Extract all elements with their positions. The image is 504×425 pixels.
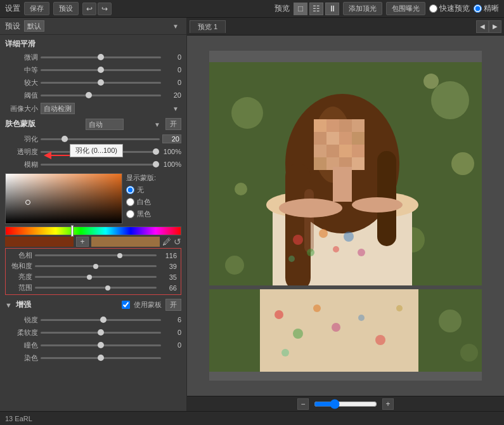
color-gradient[interactable] xyxy=(5,173,122,224)
sharpness-slider[interactable] xyxy=(41,315,161,325)
skin-on-button[interactable]: 开 xyxy=(165,118,181,130)
wrap-button[interactable]: 包围曝光 xyxy=(386,2,425,15)
save-button[interactable]: 保存 xyxy=(24,2,49,15)
preset-select[interactable]: 默认 xyxy=(24,20,44,32)
svg-rect-34 xyxy=(352,157,365,170)
yuzhi-slider[interactable] xyxy=(41,90,161,100)
sharpness-value: 6 xyxy=(164,316,181,324)
brightness-value: 35 xyxy=(159,273,177,281)
preview-tab-bar: 预览 1 ◀ ▶ xyxy=(187,18,504,36)
preview-image-container xyxy=(209,51,482,381)
pause-button[interactable]: ⏸ xyxy=(325,3,339,15)
hue-bar[interactable] xyxy=(5,226,181,235)
tone-slider[interactable] xyxy=(41,340,161,350)
display-white-radio[interactable] xyxy=(126,198,134,206)
status-text: 13 EaRL xyxy=(5,415,32,422)
hue-bar-thumb xyxy=(71,225,74,237)
preview-tab-1[interactable]: 预览 1 xyxy=(190,20,226,33)
weidiao-value: 0 xyxy=(164,53,181,61)
jiaoda-row: 较大 0 xyxy=(0,76,186,89)
undo-button[interactable]: ↩ xyxy=(82,3,96,15)
color-swatch-row: + 🖉 ↺ xyxy=(5,237,181,247)
photo-svg xyxy=(209,62,482,285)
feather-tooltip: 羽化 (0...100) xyxy=(70,144,123,157)
jiaoda-slider[interactable] xyxy=(41,77,161,88)
enhance-checkbox[interactable] xyxy=(122,301,130,309)
skin-auto-arrow-icon: ▼ xyxy=(154,121,160,128)
zhongdeng-row: 中等 0 xyxy=(0,63,186,76)
softness-slider[interactable] xyxy=(41,327,161,337)
range-row: 范围 66 xyxy=(6,282,181,293)
blur-slider[interactable] xyxy=(41,159,156,169)
svg-point-57 xyxy=(396,305,403,311)
transparency-value: 100% xyxy=(158,148,181,155)
hue-slider[interactable] xyxy=(35,251,157,260)
detail-smooth-header: 详细平滑 xyxy=(0,35,186,51)
preset-select-arrow-icon: ▼ xyxy=(172,23,179,30)
zoom-slider[interactable] xyxy=(314,399,377,409)
brightness-slider[interactable] xyxy=(35,273,157,282)
softness-label: 柔软度 xyxy=(5,328,38,337)
svg-point-42 xyxy=(307,249,314,256)
weidiao-slider[interactable] xyxy=(41,52,161,62)
skin-masking-header: 肤色蒙版 自动 ▼ 开 xyxy=(0,115,186,133)
redo-button[interactable]: ↪ xyxy=(98,3,112,15)
fast-preview-radio[interactable] xyxy=(429,4,437,13)
display-none-radio[interactable] xyxy=(126,186,134,194)
eyedropper-button[interactable]: 🖉 xyxy=(162,237,171,247)
svg-point-53 xyxy=(332,323,340,332)
feather-label: 羽化 xyxy=(5,134,38,144)
huaxiangdaxiao-select[interactable]: 自动检测 xyxy=(41,103,75,114)
saturation-slider[interactable] xyxy=(35,262,157,271)
svg-point-6 xyxy=(431,81,469,119)
preview-label: 预览 xyxy=(275,3,290,14)
preview-bottom-bar: − + xyxy=(187,396,504,411)
display-none-label: 无 xyxy=(137,185,144,195)
svg-rect-31 xyxy=(314,157,326,170)
color-slider[interactable] xyxy=(41,353,161,363)
tone-value: 0 xyxy=(164,341,181,349)
svg-point-39 xyxy=(279,199,342,218)
yuzhi-value: 20 xyxy=(164,91,181,99)
split-view-button[interactable]: ☷ xyxy=(309,3,323,15)
add-preview-button[interactable]: 添加顶光 xyxy=(343,2,382,15)
presets-button[interactable]: 预设 xyxy=(53,2,79,15)
display-black-radio[interactable] xyxy=(126,210,134,218)
skin-masking-title: 肤色蒙版 xyxy=(5,119,83,129)
zhongdeng-slider[interactable] xyxy=(41,65,161,75)
range-slider[interactable] xyxy=(35,284,157,292)
svg-point-46 xyxy=(358,249,365,256)
svg-rect-29 xyxy=(339,145,352,157)
svg-point-10 xyxy=(451,152,474,175)
tone-label: 瞳色 xyxy=(5,341,38,350)
precise-radio[interactable] xyxy=(474,4,482,13)
svg-point-41 xyxy=(293,235,303,245)
preset-row: 预设 默认 ▼ xyxy=(0,18,186,35)
fast-preview-label: 快速预览 xyxy=(439,3,470,14)
svg-rect-3 xyxy=(6,174,122,223)
sharpness-label: 锐度 xyxy=(5,315,38,325)
display-white-label: 白色 xyxy=(137,197,151,207)
zoom-out-button[interactable]: − xyxy=(297,398,309,410)
svg-point-52 xyxy=(313,304,321,312)
color-swatch-current xyxy=(5,237,74,247)
preview-image-area xyxy=(187,36,504,396)
color-picker-area: 显示蒙版: 无 白色 黑色 xyxy=(5,173,181,224)
svg-rect-19 xyxy=(314,119,326,132)
enhance-title: 增强 xyxy=(16,299,118,310)
preview-prev-button[interactable]: ◀ xyxy=(476,20,489,33)
svg-rect-20 xyxy=(326,119,339,132)
enhance-on-button[interactable]: 开 xyxy=(165,299,181,311)
feather-value-input[interactable] xyxy=(162,134,181,143)
reset-button[interactable]: ↺ xyxy=(174,237,181,247)
svg-point-59 xyxy=(460,344,478,362)
jiaoda-value: 0 xyxy=(164,79,181,86)
svg-point-44 xyxy=(333,246,339,252)
top-toolbar: 设置 保存 预设 ↩ ↪ 预览 □ ☷ ⏸ 添加顶光 包围曝光 快速预览 精晰 xyxy=(0,0,504,18)
add-swatch-button[interactable]: + xyxy=(76,237,89,247)
skin-auto-select[interactable]: 自动 xyxy=(86,119,124,130)
zoom-in-button[interactable]: + xyxy=(382,398,394,410)
feather-slider[interactable] xyxy=(41,134,160,144)
single-view-button[interactable]: □ xyxy=(294,3,307,15)
preview-next-button[interactable]: ▶ xyxy=(489,20,501,33)
